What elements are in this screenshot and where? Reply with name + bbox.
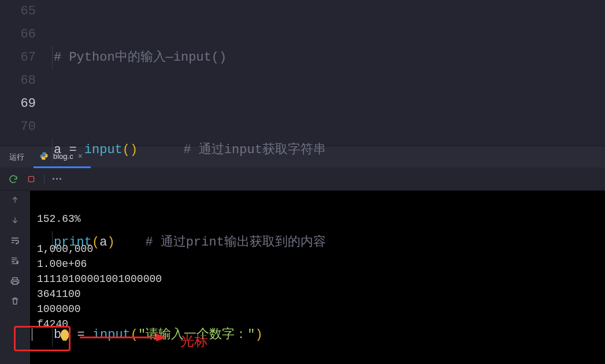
arrow-down-icon[interactable] [10,216,20,228]
terminal-cursor [32,328,32,341]
trash-icon[interactable] [10,296,20,309]
annotation-label: 光标 [180,333,208,348]
line-number: 68 [0,69,36,92]
terminal-output[interactable]: 152.63% 1,000,000 1.00e+06 1111010000100… [30,191,605,364]
rerun-button[interactable] [8,174,18,184]
comment-text: # Python中的输入—input() [54,46,227,69]
terminal-line: 3641100 [37,288,81,300]
code-editor: 65 66 67 68 69 70 # Python中的输入—input() a… [0,0,605,146]
terminal-line: 1000000 [37,303,81,315]
line-number: 70 [0,116,36,139]
run-panel-label[interactable]: 运行 [0,152,34,162]
annotation-arrow-icon [80,332,166,343]
terminal-line: 11110100001001000000 [37,273,162,285]
line-number: 67 [0,46,36,69]
terminal-line: 1,000,000 [37,243,93,255]
stop-button[interactable] [27,174,36,184]
toolbar-separator [44,174,44,184]
line-number: 69 [0,92,36,116]
function-call: input [84,139,123,162]
code-line[interactable]: # Python中的输入—input() [46,46,605,69]
line-number: 66 [0,23,36,46]
svg-marker-2 [156,333,166,341]
variable: a [54,139,61,162]
comment-text: # 通过input获取字符串 [183,139,325,162]
code-line[interactable]: a = input() # 通过input获取字符串 [46,139,605,162]
print-icon[interactable] [10,276,20,288]
soft-wrap-icon[interactable] [10,236,20,248]
line-number: 65 [0,0,36,23]
terminal-line: 152.63% [37,213,81,225]
terminal-line: f4240 [37,318,68,330]
terminal-line: 1.00e+06 [37,258,87,270]
terminal-side-toolbar [0,191,30,364]
line-number-gutter: 65 66 67 68 69 70 [0,0,46,146]
terminal-panel: 152.63% 1,000,000 1.00e+06 1111010000100… [0,191,605,364]
arrow-up-icon[interactable] [10,195,20,207]
code-area[interactable]: # Python中的输入—input() a = input() # 通过inp… [46,0,605,146]
svg-rect-0 [28,176,34,181]
scroll-to-end-icon[interactable] [10,256,20,268]
